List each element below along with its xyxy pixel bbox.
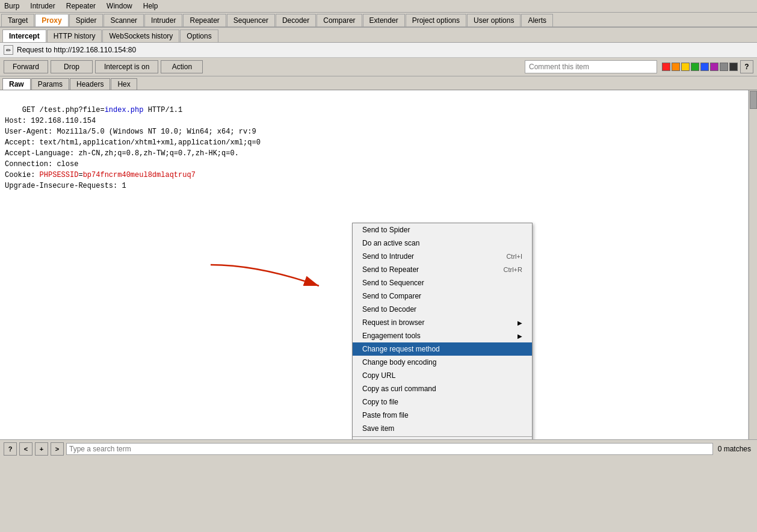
- prev-button[interactable]: <: [19, 442, 32, 456]
- ctx-label-engagement-tools: Engagement tools: [362, 332, 421, 340]
- ctx-label-send-repeater: Send to Repeater: [362, 265, 419, 274]
- request-info-text: Request to http://192.168.110.154:80: [17, 46, 136, 54]
- tab-decoder[interactable]: Decoder: [276, 14, 316, 26]
- content-area: GET /test.php?file=index.php HTTP/1.1 Ho…: [0, 90, 757, 439]
- tab-target[interactable]: Target: [1, 14, 34, 26]
- color-dot-green[interactable]: [691, 63, 699, 71]
- ctx-paste-file[interactable]: Paste from file: [353, 409, 532, 422]
- content-tab-raw[interactable]: Raw: [2, 78, 31, 90]
- help-button[interactable]: ?: [740, 60, 753, 73]
- request-line8: Upgrade-Insecure-Requests: 1: [5, 182, 126, 190]
- cookie-val: bp74fncrm40meul8dmlaqtruq7: [83, 171, 196, 179]
- ctx-shortcut-repeater: Ctrl+R: [504, 266, 522, 273]
- ctx-label-paste-file: Paste from file: [362, 411, 409, 419]
- request-line1: GET /test.php?file=index.php HTTP/1.1: [22, 106, 182, 114]
- tab-scanner[interactable]: Scanner: [104, 14, 144, 26]
- comment-input[interactable]: [525, 60, 657, 73]
- ctx-save-item[interactable]: Save item: [353, 422, 532, 435]
- color-dot-red[interactable]: [662, 63, 670, 71]
- subtab-http-history[interactable]: HTTP history: [47, 29, 102, 42]
- ctx-send-decoder[interactable]: Send to Decoder: [353, 303, 532, 316]
- request-info-bar: ✏ Request to http://192.168.110.154:80: [0, 43, 757, 58]
- ctx-copy-file[interactable]: Copy to file: [353, 395, 532, 409]
- ctx-copy-url[interactable]: Copy URL: [353, 369, 532, 382]
- ctx-engagement-tools[interactable]: Engagement tools ▶: [353, 329, 532, 342]
- ctx-separator-1: [353, 436, 532, 437]
- request-line5: Accept-Language: zh-CN,zh;q=0.8,zh-TW;q=…: [5, 149, 239, 158]
- ctx-send-sequencer[interactable]: Send to Sequencer: [353, 276, 532, 289]
- context-menu: Send to Spider Do an active scan Send to…: [352, 223, 533, 439]
- ctx-active-scan[interactable]: Do an active scan: [353, 237, 532, 250]
- help-bottom-button[interactable]: ?: [4, 442, 17, 456]
- content-tab-hex[interactable]: Hex: [111, 78, 137, 90]
- color-dot-yellow[interactable]: [681, 63, 690, 71]
- ctx-send-intruder[interactable]: Send to Intruder Ctrl+I: [353, 250, 532, 263]
- forward-button[interactable]: Forward: [4, 60, 48, 73]
- ctx-change-body-encoding[interactable]: Change body encoding: [353, 356, 532, 369]
- next-button[interactable]: >: [51, 442, 64, 456]
- tab-extender[interactable]: Extender: [363, 14, 405, 26]
- request-line3: User-Agent: Mozilla/5.0 (Windows NT 10.0…: [5, 128, 256, 136]
- pencil-icon: ✏: [4, 45, 13, 55]
- ctx-label-copy-file: Copy to file: [362, 398, 398, 406]
- add-button[interactable]: +: [35, 442, 48, 456]
- tab-comparer[interactable]: Comparer: [317, 14, 362, 26]
- ctx-send-comparer[interactable]: Send to Comparer: [353, 289, 532, 303]
- tab-spider[interactable]: Spider: [69, 14, 104, 26]
- tab-sequencer[interactable]: Sequencer: [227, 14, 275, 26]
- tab-intruder[interactable]: Intruder: [144, 14, 182, 26]
- color-dots: [662, 63, 738, 71]
- ctx-send-spider[interactable]: Send to Spider: [353, 223, 532, 237]
- request-line6: Connection: close: [5, 160, 78, 169]
- menu-window[interactable]: Window: [105, 1, 134, 11]
- menu-repeater[interactable]: Repeater: [64, 1, 97, 11]
- drop-button[interactable]: Drop: [51, 60, 93, 73]
- ctx-dont-intercept[interactable]: Don't intercept requests ▶: [353, 438, 532, 439]
- menu-burp[interactable]: Burp: [2, 1, 21, 11]
- search-input[interactable]: [66, 443, 713, 455]
- scrollbar-thumb[interactable]: [750, 91, 757, 109]
- subtab-intercept[interactable]: Intercept: [2, 29, 46, 42]
- subtab-options[interactable]: Options: [180, 29, 218, 42]
- ctx-arrow-engagement: ▶: [518, 333, 522, 339]
- content-tab-headers[interactable]: Headers: [70, 78, 110, 90]
- ctx-label-send-comparer: Send to Comparer: [362, 292, 421, 300]
- ctx-label-request-browser: Request in browser: [362, 318, 424, 327]
- color-dot-purple[interactable]: [710, 63, 718, 71]
- content-tab-params[interactable]: Params: [31, 78, 69, 90]
- color-dot-orange[interactable]: [672, 63, 680, 71]
- subtab-websockets-history[interactable]: WebSockets history: [102, 29, 179, 42]
- ctx-request-browser[interactable]: Request in browser ▶: [353, 316, 532, 329]
- sub-tab-bar: Intercept HTTP history WebSockets histor…: [0, 28, 757, 43]
- tab-repeater[interactable]: Repeater: [183, 14, 226, 26]
- menu-intruder[interactable]: Intruder: [28, 1, 57, 11]
- ctx-label-copy-url: Copy URL: [362, 371, 395, 380]
- ctx-label-send-intruder: Send to Intruder: [362, 252, 414, 261]
- tab-alerts[interactable]: Alerts: [521, 14, 553, 26]
- request-line7: Cookie: PHPSESSID=bp74fncrm40meul8dmlaqt…: [5, 171, 196, 179]
- ctx-send-repeater[interactable]: Send to Repeater Ctrl+R: [353, 263, 532, 276]
- ctx-copy-curl[interactable]: Copy as curl command: [353, 382, 532, 395]
- intercept-button[interactable]: Intercept is on: [95, 60, 158, 73]
- scrollbar[interactable]: [749, 90, 757, 439]
- ctx-change-request-method[interactable]: Change request method: [353, 342, 532, 356]
- action-button[interactable]: Action: [161, 60, 203, 73]
- menu-help[interactable]: Help: [141, 1, 160, 11]
- ctx-arrow-browser: ▶: [518, 320, 522, 326]
- ctx-label-send-sequencer: Send to Sequencer: [362, 279, 424, 287]
- highlight-filename: index.php: [105, 106, 144, 114]
- tab-user-options[interactable]: User options: [467, 14, 521, 26]
- request-line2: Host: 192.168.110.154: [5, 117, 96, 125]
- ctx-label-active-scan: Do an active scan: [362, 239, 419, 247]
- color-dot-blue[interactable]: [700, 63, 709, 71]
- ctx-label-change-request-method: Change request method: [362, 345, 440, 353]
- menubar: Burp Intruder Repeater Window Help: [0, 0, 757, 13]
- tab-proxy[interactable]: Proxy: [35, 14, 68, 26]
- ctx-label-send-spider: Send to Spider: [362, 226, 410, 234]
- ctx-label-send-decoder: Send to Decoder: [362, 305, 416, 314]
- color-dot-gray[interactable]: [720, 63, 728, 71]
- color-dot-dark[interactable]: [729, 63, 738, 71]
- ctx-label-change-body-encoding: Change body encoding: [362, 358, 436, 367]
- request-line4: Accept: text/html,application/xhtml+xml,…: [5, 138, 261, 147]
- tab-project-options[interactable]: Project options: [406, 14, 466, 26]
